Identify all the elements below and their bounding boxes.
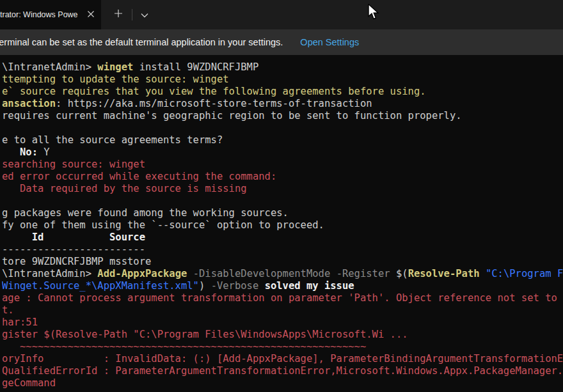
terminal-line: ed error occurred while executing the co… bbox=[2, 171, 563, 183]
terminal-line: tore 9WZDNCRFJBMP msstore bbox=[2, 256, 563, 268]
terminal-line: fy one of them using the `--source` opti… bbox=[2, 219, 563, 231]
tab-dropdown-button[interactable] bbox=[135, 0, 154, 29]
terminal-line: e to all the source agreements terms? bbox=[2, 134, 563, 146]
terminal-output[interactable]: \IntranetAdmin> winget install 9WZDNCRFJ… bbox=[0, 55, 563, 389]
terminal-line: No: Y bbox=[2, 146, 563, 159]
terminal-line: Winget.Source_*\AppXManifest.xml") -Verb… bbox=[2, 280, 563, 292]
terminal-line: searching source: winget bbox=[2, 159, 563, 171]
terminal-line: Data required by the source is missing bbox=[2, 183, 563, 195]
terminal-line: t. bbox=[2, 304, 563, 317]
terminal-line: ttempting to update the source: winget bbox=[2, 74, 563, 86]
terminal-line: \IntranetAdmin> Add-AppxPackage -Disable… bbox=[2, 268, 563, 280]
tab-title: trator: Windows Powe bbox=[0, 10, 83, 19]
terminal-line: \IntranetAdmin> winget install 9WZDNCRFJ… bbox=[2, 61, 563, 74]
terminal-line: ~~~~~~~~~~~~~~~~~~~~~~~~~~~~~~~~~~~~~~~~… bbox=[2, 341, 563, 353]
plus-icon bbox=[114, 9, 123, 20]
close-icon bbox=[87, 10, 95, 20]
terminal-line: Id Source bbox=[2, 231, 563, 244]
open-settings-link[interactable]: Open Settings bbox=[300, 37, 359, 47]
terminal-line: g packages were found among the working … bbox=[2, 207, 563, 219]
notification-message: Terminal can be set as the default termi… bbox=[0, 37, 283, 47]
default-terminal-notification: Terminal can be set as the default termi… bbox=[0, 29, 563, 55]
terminal-line: har:51 bbox=[2, 317, 563, 329]
terminal-line: e` source requires that you view the fol… bbox=[2, 86, 563, 98]
terminal-line: requires current machine's geographic re… bbox=[2, 110, 563, 122]
chevron-down-icon bbox=[141, 9, 148, 20]
terminal-line: ------------------------ bbox=[2, 244, 563, 256]
terminal-line: ansaction: https://aka.ms/microsoft-stor… bbox=[2, 98, 563, 110]
tab-close-button[interactable] bbox=[83, 7, 99, 22]
terminal-line bbox=[2, 122, 563, 134]
terminal-line: gister $(Resolve-Path "C:\Program Files\… bbox=[2, 329, 563, 341]
terminal-line: geCommand bbox=[2, 377, 563, 389]
terminal-line: oryInfo : InvalidData: (:) [Add-AppxPack… bbox=[2, 353, 563, 365]
new-tab-button[interactable] bbox=[107, 0, 129, 29]
terminal-line: age : Cannot process argument transforma… bbox=[2, 292, 563, 304]
terminal-line: QualifiedErrorId : ParameterArgumentTran… bbox=[2, 365, 563, 377]
tabbar-divider bbox=[132, 9, 132, 20]
tab-bar: trator: Windows Powe bbox=[0, 0, 563, 29]
terminal-line bbox=[2, 195, 563, 207]
tab-administrator-powershell[interactable]: trator: Windows Powe bbox=[0, 0, 101, 29]
